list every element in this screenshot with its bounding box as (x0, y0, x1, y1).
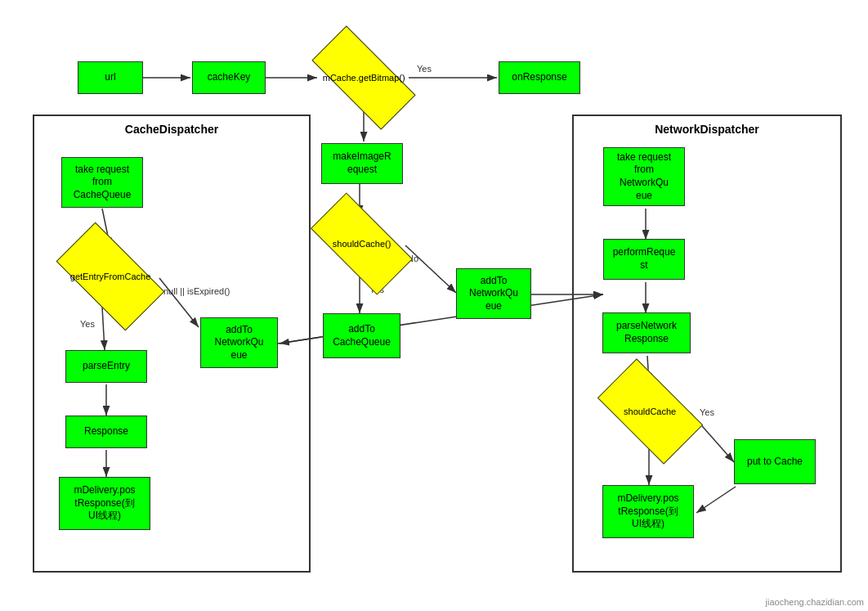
put-to-cache-box: put to Cache (734, 439, 816, 484)
mdelivery-post-response2-box: mDelivery.postResponse(到UI线程) (602, 485, 694, 538)
make-image-request-box: makeImageRequest (321, 143, 403, 184)
mcache-getbitmap-diamond: mCache.getBitmap() (311, 25, 415, 129)
parse-network-response-box: parseNetworkResponse (602, 312, 691, 353)
parse-entry-box: parseEntry (65, 350, 147, 383)
watermark: jiaocheng.chazidian.com (766, 597, 864, 607)
should-cache1-wrapper: shouldCache() (296, 211, 427, 276)
should-cache2-wrapper: shouldCache (591, 378, 709, 445)
should-cache1-diamond: shouldCache() (310, 192, 412, 294)
take-request-network-box: take requestfromNetworkQueue (603, 147, 685, 206)
network-dispatcher-label: NetworkDispatcher (655, 123, 759, 136)
perform-request-box: performRequest (603, 239, 685, 280)
url-box: url (78, 61, 143, 94)
on-response-box: onResponse (499, 61, 580, 94)
add-to-network-queue2-box: addToNetworkQueue (200, 317, 278, 368)
diagram-container: Yes No Yes No null || isExpired() Yes Ye… (0, 0, 868, 611)
should-cache2-label: shouldCache (624, 406, 676, 417)
response-box: Response (65, 416, 147, 448)
get-entry-from-cache-label: getEntryFromCache (70, 270, 150, 281)
get-entry-from-cache-wrapper: getEntryFromCache (49, 241, 172, 311)
cache-dispatcher-label: CacheDispatcher (125, 123, 218, 136)
mcache-getbitmap-label: mCache.getBitmap() (323, 72, 405, 83)
mdelivery-post-response1-box: mDelivery.postResponse(到UI线程) (59, 477, 150, 530)
should-cache1-label: shouldCache() (332, 238, 391, 249)
mcache-getbitmap-wrapper: mCache.getBitmap() (298, 47, 429, 108)
cache-key-box: cacheKey (192, 61, 266, 94)
add-to-network-queue1-box: addToNetworkQueue (456, 268, 531, 319)
add-to-cache-queue-box: addToCacheQueue (323, 313, 400, 358)
take-request-cache-box: take requestfromCacheQueue (61, 157, 143, 208)
